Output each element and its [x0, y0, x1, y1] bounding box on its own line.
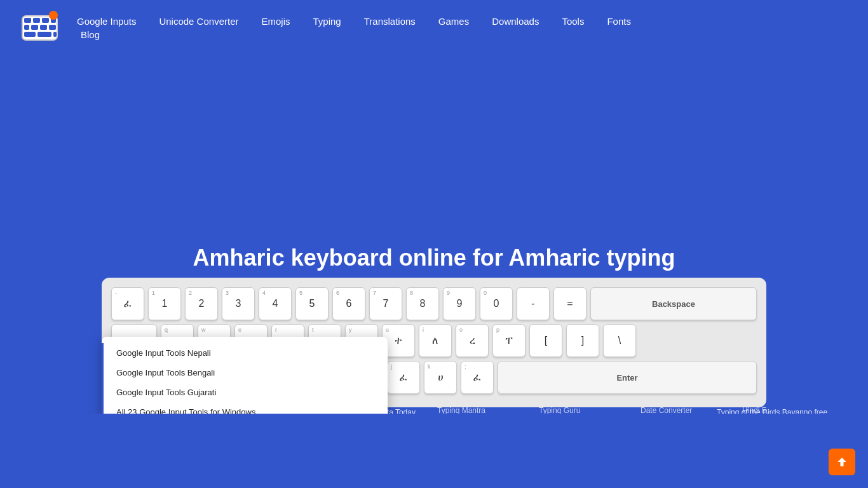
svg-rect-7 — [40, 25, 47, 30]
nav-tools[interactable]: Tools — [558, 13, 588, 29]
key-backslash[interactable]: \ — [603, 324, 636, 357]
nav-translations[interactable]: Translations — [360, 13, 419, 29]
svg-rect-11 — [53, 32, 57, 37]
nav-downloads[interactable]: Downloads — [488, 13, 543, 29]
svg-rect-2 — [33, 18, 40, 23]
svg-rect-10 — [37, 32, 51, 37]
nav-unicode-converter[interactable]: Unicode Converter — [155, 13, 242, 29]
svg-point-12 — [49, 11, 58, 20]
dropdown-item-bengali[interactable]: Google Input Tools Bengali — [102, 363, 388, 383]
key-4[interactable]: 4 4 — [259, 287, 292, 320]
nav-emojis[interactable]: Emojis — [257, 13, 294, 29]
key-2[interactable]: 2 2 — [185, 287, 218, 320]
keyboard-row-numbers: - ፈ 1 1 2 2 3 3 4 4 5 5 — [111, 287, 757, 320]
nav-typing[interactable]: Typing — [309, 13, 344, 29]
nav-fonts[interactable]: Fonts — [603, 13, 635, 29]
right-links: Typing of the Birds Bayanno free Typing … — [712, 407, 849, 414]
svg-rect-8 — [49, 25, 56, 30]
key-backspace[interactable]: Backspace — [590, 287, 757, 320]
dropdown-item-all-windows[interactable]: All 23 Google Input Tools for Windows — [102, 402, 388, 414]
key-5[interactable]: 5 5 — [295, 287, 329, 320]
bg-link-typing-birds[interactable]: Typing of the Birds Bayanno free — [712, 407, 849, 414]
key-enter[interactable]: Enter — [498, 361, 757, 394]
svg-rect-6 — [31, 25, 38, 30]
key-j[interactable]: j ፈ — [387, 361, 420, 394]
key-6[interactable]: 6 6 — [332, 287, 365, 320]
key-9[interactable]: 9 9 — [443, 287, 476, 320]
key-minus[interactable]: - — [517, 287, 550, 320]
key-p[interactable]: p ፐ — [492, 324, 526, 357]
nav-games[interactable]: Games — [435, 13, 473, 29]
key-backtick[interactable]: - ፈ — [111, 287, 144, 320]
key-equals[interactable]: = — [553, 287, 587, 320]
key-bracket-left[interactable]: [ — [529, 324, 562, 357]
svg-rect-5 — [24, 25, 29, 30]
page-title: Amharic keyboard online for Amharic typi… — [0, 245, 868, 271]
key-o[interactable]: o ረ — [456, 324, 489, 357]
google-inputs-dropdown: Google Input Tools Nepali Google Input T… — [102, 337, 388, 414]
main-nav: Google Inputs Unicode Converter Emojis T… — [73, 13, 849, 41]
svg-rect-1 — [24, 18, 31, 23]
key-3[interactable]: 3 3 — [222, 287, 255, 320]
key-0[interactable]: 0 0 — [480, 287, 513, 320]
key-bracket-right[interactable]: ] — [566, 324, 599, 357]
key-8[interactable]: 8 8 — [406, 287, 439, 320]
key-7[interactable]: 7 7 — [369, 287, 402, 320]
nav-blog[interactable]: Blog — [77, 27, 104, 43]
key-semicolon[interactable]: ; ፈ — [461, 361, 494, 394]
svg-rect-3 — [42, 18, 49, 23]
key-1[interactable]: 1 1 — [148, 287, 181, 320]
header: Google Inputs Unicode Converter Emojis T… — [0, 0, 868, 48]
logo-container[interactable] — [19, 6, 60, 48]
main-content: Google Input Tools Marathi Unicode to Ag… — [0, 245, 868, 407]
key-i[interactable]: i ለ — [419, 324, 452, 357]
dropdown-item-nepali[interactable]: Google Input Tools Nepali — [102, 343, 388, 363]
dropdown-item-gujarati[interactable]: Google Input Tools Gujarati — [102, 383, 388, 402]
svg-rect-9 — [24, 32, 36, 37]
key-k[interactable]: k ሀ — [424, 361, 457, 394]
